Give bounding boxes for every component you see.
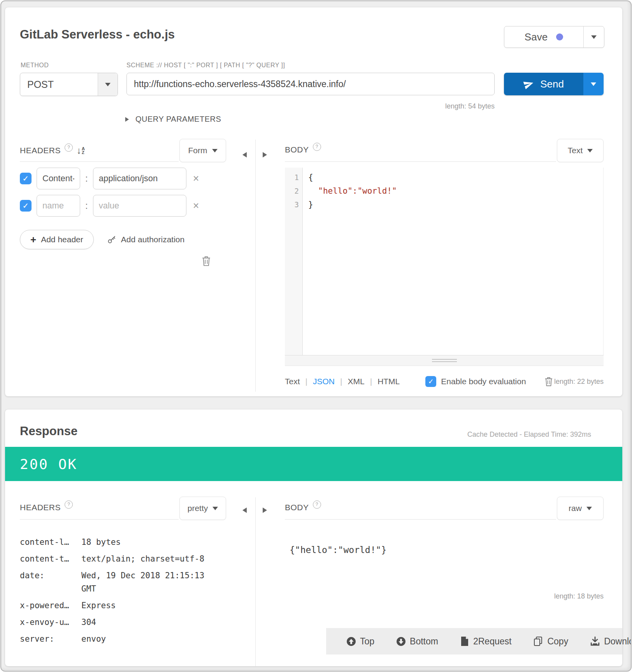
collapse-headers-icon[interactable]: [242, 152, 247, 158]
scroll-bottom-button[interactable]: Bottom: [396, 636, 438, 647]
headers-view-mode-dropdown[interactable]: Form: [179, 139, 226, 162]
response-headers-view-dropdown[interactable]: pretty: [179, 497, 226, 520]
method-label: METHOD: [21, 62, 49, 69]
response-header-row: x-envoy-u…304: [20, 616, 226, 629]
copy-to-request-button[interactable]: 2Request: [460, 636, 511, 647]
request-body-panel: BODY Text 1 2 3 { "hello":"world!": [285, 138, 604, 387]
header-name-input[interactable]: [37, 168, 80, 189]
body-view-mode-dropdown[interactable]: Text: [557, 139, 604, 162]
help-icon[interactable]: [65, 144, 73, 152]
collapse-body-icon[interactable]: [263, 508, 267, 513]
collapse-body-icon[interactable]: [263, 152, 267, 158]
body-section-title: BODY: [285, 145, 309, 154]
header-value: envoy: [81, 632, 216, 646]
code-line-string: "hello":"world!": [308, 184, 603, 198]
method-value: POST: [20, 73, 98, 96]
line-number: 3: [285, 198, 302, 212]
code-area[interactable]: { "hello":"world!" }: [303, 168, 603, 355]
body-section-title: BODY: [285, 503, 309, 512]
response-body-view-dropdown[interactable]: raw: [557, 497, 604, 520]
header-enabled-checkbox[interactable]: [20, 200, 32, 212]
header-value: text/plain; charset=utf-8: [81, 552, 216, 565]
line-number: 1: [285, 171, 302, 184]
section-divider: [20, 519, 179, 520]
send-button-label: Send: [540, 78, 564, 90]
save-dropdown-button[interactable]: [584, 26, 604, 47]
help-icon[interactable]: [65, 500, 73, 509]
delete-header-icon[interactable]: [193, 173, 199, 185]
copy-button[interactable]: Copy: [533, 636, 568, 647]
query-parameters-label: QUERY PARAMETERS: [135, 115, 221, 124]
key-icon: [107, 235, 116, 244]
add-authorization-button[interactable]: Add authorization: [107, 235, 184, 244]
url-input[interactable]: [126, 73, 495, 95]
plus-icon: [30, 234, 36, 246]
trash-icon[interactable]: [201, 256, 211, 266]
panel-divider: [255, 497, 256, 666]
header-value: Wed, 19 Dec 2018 21:15:13 GMT: [81, 569, 216, 595]
format-option-html[interactable]: HTML: [377, 377, 400, 386]
response-header-row: content-l…18 bytes: [20, 536, 226, 549]
copy-icon: [533, 636, 543, 646]
response-meta: Cache Detected - Elapsed Time: 392ms: [467, 430, 591, 439]
header-value: 18 bytes: [81, 536, 216, 549]
save-split-button[interactable]: Save: [504, 26, 604, 48]
section-divider: [20, 161, 179, 162]
add-header-button[interactable]: Add header: [20, 230, 94, 249]
method-dropdown-button[interactable]: [98, 73, 118, 96]
delete-header-icon[interactable]: [193, 200, 199, 212]
response-header-row: x-powered…Express: [20, 599, 226, 612]
headers-section-title: HEADERS: [20, 146, 61, 155]
status-banner: 200 OK: [5, 447, 622, 481]
header-row: [20, 168, 226, 189]
document-icon: [460, 636, 469, 646]
help-icon[interactable]: [313, 143, 321, 151]
trash-icon[interactable]: [544, 376, 553, 387]
download-icon: [590, 636, 600, 646]
enable-body-evaluation-checkbox[interactable]: [425, 376, 436, 387]
header-name: content-t…: [20, 552, 81, 565]
save-button[interactable]: Save: [504, 26, 584, 47]
send-button[interactable]: Send: [504, 73, 583, 95]
section-divider: [285, 519, 556, 520]
header-name: x-powered…: [20, 599, 81, 612]
response-headers-panel: HEADERS pretty content-l…18 bytes conten…: [20, 496, 226, 649]
header-name-input[interactable]: [37, 195, 80, 217]
header-value: Express: [81, 599, 216, 612]
response-body-view-value: raw: [569, 504, 582, 513]
unsaved-changes-dot-icon: [556, 33, 563, 40]
request-headers-panel: HEADERS Form: [20, 138, 226, 266]
colon-separator: [85, 173, 88, 184]
header-enabled-checkbox[interactable]: [20, 173, 32, 184]
save-button-label: Save: [525, 31, 548, 43]
method-select[interactable]: POST: [20, 73, 118, 96]
chevron-down-icon: [105, 83, 111, 86]
add-authorization-label: Add authorization: [121, 235, 184, 244]
app-window: GitLab Serverless - echo.js Save METHOD …: [0, 0, 632, 672]
send-dropdown-button[interactable]: [583, 73, 604, 95]
collapse-headers-icon[interactable]: [242, 508, 247, 513]
format-option-json[interactable]: JSON: [313, 377, 335, 386]
send-split-button[interactable]: Send: [504, 73, 604, 95]
scroll-top-button[interactable]: Top: [346, 636, 374, 647]
header-name: date:: [20, 569, 81, 595]
help-icon[interactable]: [313, 500, 321, 509]
body-code-editor[interactable]: 1 2 3 { "hello":"world!" }: [285, 168, 604, 355]
query-parameters-toggle[interactable]: QUERY PARAMETERS: [125, 115, 221, 124]
format-option-text[interactable]: Text: [285, 377, 300, 386]
response-body-content: {"hello":"world!"}: [290, 545, 604, 555]
status-code: 200 OK: [20, 456, 77, 472]
panel-divider: [255, 140, 256, 392]
header-name: x-envoy-u…: [20, 616, 81, 629]
sort-az-icon[interactable]: [77, 145, 85, 156]
response-toolbar: Top Bottom 2Request Copy Download: [326, 628, 622, 654]
response-panel: Response Cache Detected - Elapsed Time: …: [5, 410, 622, 666]
response-header-row: server:envoy: [20, 632, 226, 646]
download-button[interactable]: Download: [590, 636, 632, 647]
header-value-input[interactable]: [93, 195, 186, 217]
section-divider: [285, 161, 556, 162]
header-value-input[interactable]: [93, 168, 186, 189]
colon-separator: [85, 200, 88, 211]
editor-resize-handle[interactable]: [285, 355, 604, 366]
format-option-xml[interactable]: XML: [348, 377, 364, 386]
